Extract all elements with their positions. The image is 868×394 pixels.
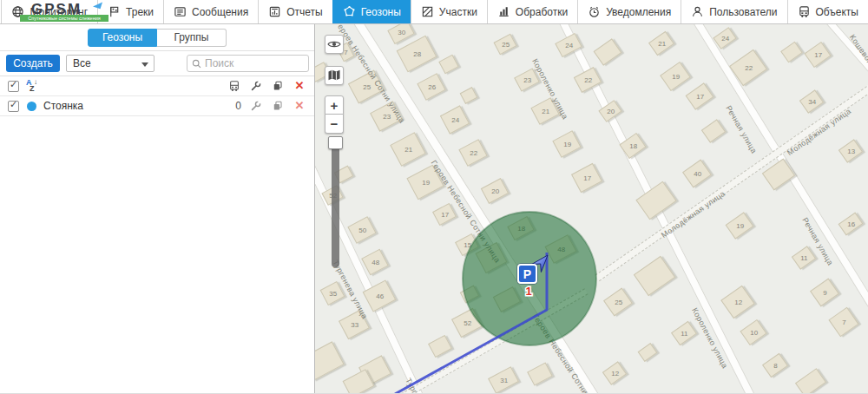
edit-wrench-icon[interactable] [249,79,263,93]
folded-map-icon [327,69,341,82]
nav-tab-geofences[interactable]: Геозоны [332,0,411,23]
eye-icon [327,37,341,51]
nav-tab-objects[interactable]: Объекты [787,0,868,23]
zoom-out-button[interactable]: − [325,115,344,134]
list-header-row: ✓ A ↓ Z ✕ [0,76,314,96]
nav-tab-messages[interactable]: Сообщения [163,0,258,23]
alarm-clock-icon [588,5,601,18]
person-icon [691,5,704,18]
nav-tab-areas[interactable]: Участки [411,0,487,23]
hatched-area-icon [421,5,434,18]
nav-tab-notifications[interactable]: Уведомления [577,0,681,23]
top-navigation-bar: GPSM Спутниковые системы слежения Монито… [0,0,868,24]
delete-icon[interactable]: ✕ [293,99,306,113]
panel-tab-geozones[interactable]: Геозоны [88,29,157,47]
check-icon: ✓ [10,99,17,110]
geozone-row-stoyanka[interactable]: ✓ Стоянка 0 ✕ [0,96,314,116]
search-icon [191,58,202,69]
check-icon: ✓ [10,79,17,90]
main-nav: МониторингТрекиСообщенияОтчетыГеозоныУча… [1,0,868,23]
edit-wrench-icon[interactable] [249,99,263,113]
copy-icon[interactable] [271,79,285,93]
geozones-panel: ГеозоныГруппы Создать Все ✓ A ↓ Z ✕ [0,24,315,394]
geozone-name: Стоянка [43,100,83,112]
nav-tab-reports[interactable]: Отчеты [258,0,332,23]
report-chart-icon [268,5,281,18]
filter-value: Все [73,57,91,69]
assign-objects-icon[interactable] [227,79,241,93]
row-checkbox[interactable]: ✓ [8,101,19,112]
nav-tab-users[interactable]: Пользователи [681,0,786,23]
panel-tabs: ГеозоныГруппы [0,24,314,51]
panel-controls: Создать Все [0,51,314,76]
nav-tab-label: Треки [126,6,154,18]
nav-tab-label: Сообщения [192,6,248,18]
bus-icon [798,5,811,18]
nav-tab-label: Пользователи [709,6,777,18]
select-all-checkbox[interactable]: ✓ [8,81,19,92]
flag-icon [108,5,121,18]
zoom-controls: + − [325,95,344,134]
nav-tab-label: Геозоны [361,6,401,18]
geozone-color-dot [27,102,36,111]
parking-marker-label: P [523,267,531,281]
zoom-slider-handle[interactable] [328,136,343,149]
nav-tab-label: Уведомления [606,6,671,18]
geozone-track-overlay: P 1 [315,24,868,394]
create-button[interactable]: Создать [6,55,60,72]
brand-logo: GPSM Спутниковые системы слежения [0,0,1,23]
nav-tab-label: Отчеты [286,6,322,18]
map-canvas[interactable]: 7252321195048354633523028262422252321201… [315,24,868,394]
panel-tab-groups[interactable]: Группы [157,29,227,47]
nav-tab-label: Объекты [816,6,859,18]
bar-chart-icon [497,5,510,18]
geozone-count: 0 [226,100,241,112]
copy-icon[interactable] [271,99,285,113]
delete-icon[interactable]: ✕ [293,79,306,93]
zoom-in-button[interactable]: + [325,95,344,115]
search-input[interactable] [205,57,305,69]
map-layers-button[interactable] [325,66,344,85]
gpsm-app: GPSM Спутниковые системы слежения Монито… [0,0,868,394]
nav-tab-label: Обработки [516,6,568,18]
chevron-down-icon [141,62,148,67]
nav-tab-label: Участки [439,6,477,18]
filter-dropdown[interactable]: Все [66,55,155,72]
visibility-eye-button[interactable] [325,35,344,54]
geofence-polygon-icon [343,5,356,18]
nav-tab-processing[interactable]: Обработки [487,0,577,23]
search-box [187,55,309,72]
zoom-slider-track[interactable] [332,139,339,267]
brand-tagline: Спутниковые системы слежения [20,15,108,22]
sort-az-button[interactable]: A ↓ Z [26,79,41,93]
track-point-badge: 1 [525,285,531,298]
message-list-icon [174,5,187,18]
